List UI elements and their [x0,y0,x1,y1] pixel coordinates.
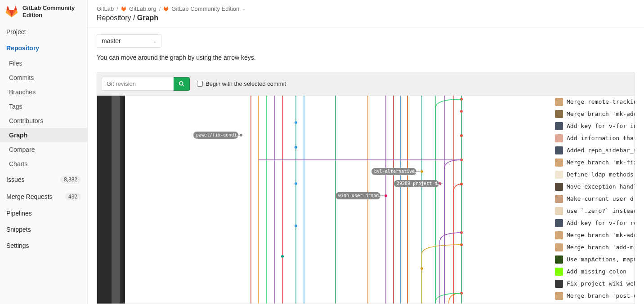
avatar [555,134,563,142]
sidebar-item-label: Pipelines [6,210,32,217]
commit-row[interactable]: Added repo_sidebar_spec [555,144,635,156]
commit-row[interactable]: Merge branch 'mk-fix-master-wiki-web- [555,156,635,168]
sidebar-item-project[interactable]: Project [0,24,87,40]
graph-gutter [97,96,125,304]
commit-message: Add key for v-for repo-loading-file i [567,220,635,226]
svg-line-1 [183,84,184,86]
avatar [555,195,563,203]
svg-point-37 [420,170,423,173]
breadcrumb-sub: Repository / Graph [88,14,644,27]
svg-point-30 [295,146,297,149]
branch-label[interactable]: winh-user-dropd… [335,192,384,199]
svg-point-36 [385,194,387,197]
begin-checkbox-wrap[interactable]: Begin with the selected commit [197,80,286,87]
commit-row[interactable]: use `.zero?` instead of `== 0` [555,205,635,217]
commit-row[interactable]: Add information that support for prom [555,132,635,144]
gitlab-project-icon [163,6,169,12]
avatar [555,171,563,179]
branch-selector[interactable]: master ⌄ [97,34,161,48]
breadcrumb-org[interactable]: GitLab.org [129,5,157,12]
hint-text: You can move around the graph by using t… [97,54,635,61]
chevron-down-icon: ⌄ [153,39,157,44]
commit-message: Added repo_sidebar_spec [567,147,635,154]
sidebar-item-settings[interactable]: Settings [0,238,87,254]
commit-message: Use mapActions, mapGetters and mapMut [567,256,635,263]
sidebar-item-snippets[interactable]: Snippets [0,221,87,238]
breadcrumb-sub2: Graph [137,14,158,22]
sidebar-sub-files[interactable]: Files [0,56,87,70]
sidebar-item-label: Snippets [6,226,31,233]
commit-message: Merge remote-tracking branch 'dev/mas [567,98,635,105]
sidebar-item-label: Issues [6,176,24,183]
main-content: GitLab / GitLab.org / GitLab Community E… [88,0,644,304]
commit-row[interactable]: Add key for v-for repo-loading-file i [555,217,635,229]
sidebar-sub-charts[interactable]: Charts [0,157,87,171]
svg-point-21 [460,110,463,113]
commit-message: Add information that support for prom [567,135,635,141]
sidebar-item-pipelines[interactable]: Pipelines [0,205,87,221]
revision-input[interactable] [102,77,174,91]
commit-row[interactable]: Define ldap methods at runtime [555,168,635,181]
sidebar-item-label: Merge Requests [6,193,53,200]
sidebar-item-label: Settings [6,242,29,249]
breadcrumb-separator: / [116,5,118,12]
avatar [555,219,563,227]
chevron-down-icon[interactable]: ⌄ [242,6,246,11]
graph-area[interactable]: pawel/fix-condi…bvl-alternative…29289-pr… [97,96,635,304]
commit-row[interactable]: Make current user dropdown style cons [555,193,635,205]
commit-row[interactable]: Add missing colon [555,265,635,278]
commit-row[interactable]: Merge branch 'post-upload-pack-opt-ou [555,290,635,302]
breadcrumb-project[interactable]: GitLab Community Edition [171,5,239,12]
commit-row[interactable]: Use mapActions, mapGetters and mapMut [555,253,635,265]
commit-message: Add key for v-for in repo_commit_sect [567,123,635,129]
sidebar-sub-contributors[interactable]: Contributors [0,114,87,128]
sidebar-item-label: Repository [6,44,39,52]
begin-checkbox[interactable] [197,81,203,87]
sidebar-sub-commits[interactable]: Commits [0,70,87,85]
svg-point-31 [295,182,297,185]
gitlab-org-icon [121,6,126,12]
search-button[interactable] [174,77,190,91]
project-title: GitLab Community Edition [22,4,82,18]
sidebar-item-merge-requests[interactable]: Merge Requests432 [0,188,87,205]
commit-message: Merge branch 'add-missing-colon' into [567,244,635,251]
begin-checkbox-label: Begin with the selected commit [206,80,286,87]
commit-row[interactable]: Add key for v-for in repo_commit_sect [555,120,635,132]
sidebar-sub-tags[interactable]: Tags [0,99,87,114]
avatar [555,243,563,251]
avatar [555,256,563,264]
commit-message: Merge branch 'mk-fix-master-wiki-web- [567,159,635,166]
branch-label[interactable]: bvl-alternative… [371,168,420,175]
svg-text:29289-project-d…: 29289-project-d… [397,181,440,186]
svg-text:pawel/fix-condi…: pawel/fix-condi… [196,132,239,137]
svg-text:winh-user-dropd…: winh-user-dropd… [338,193,381,198]
branch-label[interactable]: pawel/fix-condi… [193,132,242,139]
breadcrumb-root[interactable]: GitLab [97,5,114,12]
svg-point-34 [281,255,284,258]
commit-row[interactable]: Merge branch 'add-missing-colon' into [555,241,635,253]
sidebar-header: GitLab Community Edition [0,0,87,24]
sidebar-item-issues[interactable]: Issues8,382 [0,171,87,188]
avatar [555,98,563,106]
commit-graph[interactable]: pawel/fix-condi…bvl-alternative…29289-pr… [125,96,555,304]
commit-message: Merge branch 'post-upload-pack-opt-ou [567,292,635,299]
commit-row[interactable]: Merge remote-tracking branch 'dev/mas [555,96,635,108]
svg-point-29 [295,121,297,124]
commit-row[interactable]: Merge branch 'mk-add-lower-path-index [555,229,635,241]
sidebar-item-repository[interactable]: Repository [0,40,87,56]
avatar [555,280,563,288]
branch-label[interactable]: 29289-project-d… [394,180,443,187]
commit-row[interactable]: Merge branch 'ide' of gitlab.com:gitl [555,302,635,304]
svg-text:bvl-alternative…: bvl-alternative… [374,169,417,174]
commit-message: Merge branch 'mk-add-lower-path-index [567,232,635,238]
search-icon [179,81,185,87]
sidebar-sub-branches[interactable]: Branches [0,85,87,99]
svg-point-32 [295,225,297,227]
count-badge: 8,382 [60,176,81,184]
commit-message: Make current user dropdown style cons [567,195,635,202]
commit-row[interactable]: Fix project wiki web_url spec [555,278,635,290]
commit-row[interactable]: Merge branch 'mk-add-ldap-ssl-certifi [555,108,635,120]
sidebar-sub-compare[interactable]: Compare [0,142,87,157]
sidebar-sub-graph[interactable]: Graph [0,128,87,142]
commit-row[interactable]: Move exception handling to execute [555,181,635,193]
